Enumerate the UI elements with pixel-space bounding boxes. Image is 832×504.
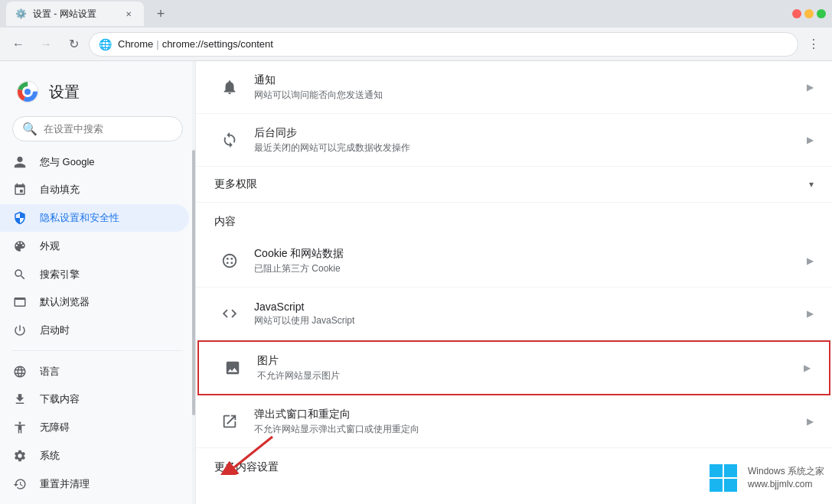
sidebar-item-reset[interactable]: 重置并清理 [0,470,189,498]
sidebar-label-browser: 默认浏览器 [40,295,90,309]
tab-close-button[interactable]: ✕ [122,8,135,20]
google-icon [12,154,28,170]
tab-title: 设置 - 网站设置 [33,8,116,21]
sidebar-header: 设置 [0,67,195,116]
svg-point-8 [227,262,229,264]
search-icon: 🔍 [22,122,38,136]
windows-watermark: Windows 系统之家 www.bjjmlv.com [705,460,824,496]
sidebar-label-search: 搜索引擎 [40,268,80,281]
svg-point-7 [230,258,233,260]
sidebar-item-appearance[interactable]: 外观 [0,232,189,260]
sidebar-item-browser[interactable]: 默认浏览器 [0,288,189,317]
sidebar-label-accessibility: 无障碍 [40,421,70,434]
cookie-item[interactable]: Cookie 和网站数据 已阻止第三方 Cookie ▶ [196,235,832,288]
sidebar-item-language[interactable]: 语言 [0,357,189,385]
sync-arrow: ▶ [807,135,814,145]
search-input[interactable] [44,123,173,135]
sidebar-item-autofill[interactable]: 自动填充 [0,176,189,204]
menu-button[interactable]: ⋮ [801,32,826,57]
window-controls [792,9,826,18]
reset-icon [12,476,28,492]
js-item[interactable]: JavaScript 网站可以使用 JavaScript ▶ [196,288,832,340]
cookie-desc: 已阻止第三方 Cookie [254,262,798,275]
js-title: JavaScript [254,301,798,313]
system-icon [12,448,28,463]
window-maximize[interactable] [817,9,826,18]
popup-arrow: ▶ [807,416,814,427]
notification-text: 通知 网站可以询问能否向您发送通知 [245,73,807,102]
notification-item[interactable]: 通知 网站可以询问能否向您发送通知 ▶ [196,61,832,114]
images-desc: 不允许网站显示图片 [257,369,794,382]
images-title: 图片 [257,354,794,368]
images-icon [217,353,248,383]
popup-text: 弹出式窗口和重定向 不允许网站显示弹出式窗口或使用重定向 [245,408,807,436]
nav-bar: ← → ↻ 🌐 Chrome | chrome://settings/conte… [0,28,832,61]
sync-item[interactable]: 后台同步 最近关闭的网站可以完成数据收发操作 ▶ [196,114,832,167]
watermark-text: Windows 系统之家 www.bjjmlv.com [748,465,824,491]
window-close[interactable] [792,9,801,18]
security-icon: 🌐 [99,38,112,50]
svg-point-5 [24,89,31,95]
back-button[interactable]: ← [6,32,31,57]
images-item[interactable]: 图片 不允许网站显示图片 ▶ [197,340,830,395]
popup-desc: 不允许网站显示弹出式窗口或使用重定向 [254,423,798,436]
browser-icon [12,294,28,310]
sidebar-label-system: 系统 [40,449,60,463]
sidebar-item-accessibility[interactable]: 无障碍 [0,414,189,442]
sidebar-item-google[interactable]: 您与 Google [0,148,189,176]
search-bar[interactable]: 🔍 [12,116,183,141]
sidebar-item-system[interactable]: 系统 [0,442,189,470]
cookie-text: Cookie 和网站数据 已阻止第三方 Cookie [245,247,807,275]
more-permissions-item[interactable]: 更多权限 ▾ [196,167,832,203]
active-tab[interactable]: ⚙️ 设置 - 网站设置 ✕ [6,2,144,26]
scrollbar-track [192,61,195,504]
svg-rect-12 [710,464,723,477]
cookie-icon [214,245,245,276]
sidebar-label-autofill: 自动填充 [40,183,80,197]
sidebar-item-search[interactable]: 搜索引擎 [0,260,189,288]
refresh-button[interactable]: ↻ [61,32,86,57]
address-text: Chrome | chrome://settings/content [118,38,273,50]
new-tab-button[interactable]: + [150,3,171,24]
sidebar-item-download[interactable]: 下载内容 [0,385,189,414]
sidebar-label-reset: 重置并清理 [40,477,90,491]
appearance-icon [12,239,28,254]
language-icon [12,364,28,379]
red-arrow-annotation [219,429,280,478]
sidebar-label-privacy: 隐私设置和安全性 [40,211,119,225]
privacy-icon [12,210,28,226]
address-bar[interactable]: 🌐 Chrome | chrome://settings/content [89,32,798,57]
watermark-line1: Windows 系统之家 [748,465,824,478]
sidebar-label-google: 您与 Google [40,155,95,169]
sidebar-label-startup: 启动时 [40,324,70,337]
startup-icon [12,323,28,338]
address-separator: | [156,38,158,50]
title-bar: ⚙️ 设置 - 网站设置 ✕ + [0,0,832,28]
autofill-icon [12,182,28,197]
popup-title: 弹出式窗口和重定向 [254,408,798,421]
cookie-title: Cookie 和网站数据 [254,247,798,261]
svg-line-11 [234,437,272,467]
window-minimize[interactable] [804,9,814,18]
browser-name: Chrome [118,38,153,50]
svg-point-6 [227,258,229,260]
scrollbar-thumb[interactable] [192,150,195,415]
svg-rect-15 [724,479,737,492]
chrome-logo [15,80,40,104]
js-arrow: ▶ [807,308,814,319]
expand-icon: ▾ [809,179,814,190]
accessibility-icon [12,420,28,435]
cookie-arrow: ▶ [807,255,814,266]
forward-button[interactable]: → [34,32,58,57]
sync-text: 后台同步 最近关闭的网站可以完成数据收发操作 [245,126,807,154]
sidebar-item-privacy[interactable]: 隐私设置和安全性 [0,204,189,232]
svg-rect-13 [724,464,737,477]
popup-item[interactable]: 弹出式窗口和重定向 不允许网站显示弹出式窗口或使用重定向 ▶ [196,395,832,448]
more-permissions-label: 更多权限 [214,177,809,191]
sync-icon [214,125,245,155]
download-icon [12,392,28,407]
watermark-logo [705,460,742,496]
images-text: 图片 不允许网站显示图片 [248,354,804,382]
sidebar-item-startup[interactable]: 启动时 [0,317,189,345]
sidebar-title: 设置 [49,82,80,102]
